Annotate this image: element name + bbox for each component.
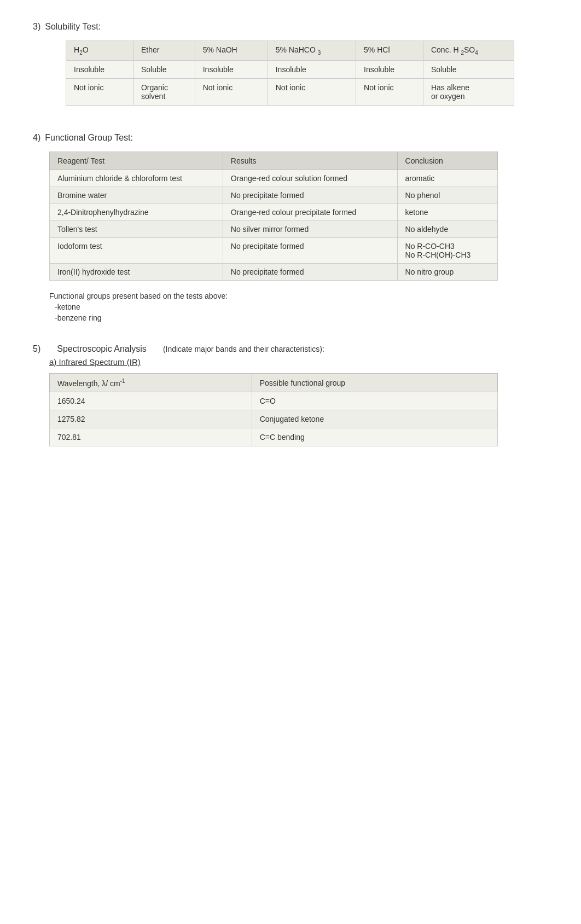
sol-r2-nahco3: Not ionic (268, 78, 356, 105)
fg-cell-conclusion-3: No aldehyde (397, 220, 497, 237)
fg-cell-results-5: No precipitate formed (223, 263, 397, 280)
solubility-header-row: H2O Ether 5% NaOH 5% NaHCO 3 5% HCl Conc… (66, 41, 514, 61)
sol-r2-hcl: Not ionic (356, 78, 423, 105)
section-3-label: Solubility Test: (45, 22, 101, 32)
section-5-paren: (Indicate major bands and their characte… (163, 345, 324, 353)
fg-cell-reagent-5: Iron(II) hydroxide test (50, 263, 223, 280)
fg-header-row: Reagent/ Test Results Conclusion (50, 152, 498, 170)
section-5-number: 5) (33, 344, 40, 354)
sol-h-h2so4: Conc. H 2SO4 (423, 41, 514, 61)
section-3-title: 3) Solubility Test: (33, 22, 548, 32)
fg-col-results: Results (223, 152, 397, 170)
sol-r2-h2so4: Has alkeneor oxygen (423, 78, 514, 105)
fg-row-0: Aluminium chloride & chloroform testOran… (50, 170, 498, 187)
fg-cell-results-0: Orange-red colour solution formed (223, 170, 397, 187)
fg-item-benzene: -benzene ring (55, 313, 548, 322)
ir-col-group: Possible functional group (252, 373, 497, 392)
fg-cell-results-3: No silver mirror formed (223, 220, 397, 237)
ir-wavelength-0: 1650.24 (50, 392, 252, 410)
section-4-title: 4) Functional Group Test: (33, 133, 548, 143)
section-3-number: 3) (33, 22, 40, 32)
sol-h-nahco3: 5% NaHCO 3 (268, 41, 356, 61)
section-4-label: Functional Group Test: (45, 133, 133, 143)
sol-r1-nahco3: Insoluble (268, 60, 356, 78)
solubility-row2: Not ionic Organicsolvent Not ionic Not i… (66, 78, 514, 105)
functional-groups-present-text: Functional groups present based on the t… (49, 292, 548, 322)
sol-h-ether: Ether (133, 41, 195, 61)
sol-h-h2o: H2O (66, 41, 133, 61)
functional-group-table: Reagent/ Test Results Conclusion Alumini… (49, 152, 498, 281)
fg-cell-reagent-4: Iodoform test (50, 237, 223, 263)
section-5-title: 5) Spectroscopic Analysis (Indicate majo… (33, 344, 548, 354)
section-4: 4) Functional Group Test: Reagent/ Test … (33, 133, 548, 322)
fg-row-2: 2,4-DinitrophenylhydrazineOrange-red col… (50, 204, 498, 220)
ir-table: Wavelength, λ/ cm-1 Possible functional … (49, 373, 498, 447)
fg-row-5: Iron(II) hydroxide testNo precipitate fo… (50, 263, 498, 280)
fg-cell-conclusion-0: aromatic (397, 170, 497, 187)
fg-cell-results-4: No precipitate formed (223, 237, 397, 263)
fg-cell-reagent-0: Aluminium chloride & chloroform test (50, 170, 223, 187)
section-3: 3) Solubility Test: H2O Ether 5% NaOH 5%… (33, 22, 548, 106)
section-5-label: Spectroscopic Analysis (57, 344, 147, 354)
ir-group-1: Conjugated ketone (252, 410, 497, 428)
solubility-table: H2O Ether 5% NaOH 5% NaHCO 3 5% HCl Conc… (66, 40, 514, 106)
fg-cell-reagent-2: 2,4-Dinitrophenylhydrazine (50, 204, 223, 220)
fg-col-conclusion: Conclusion (397, 152, 497, 170)
solubility-row1: Insoluble Soluble Insoluble Insoluble In… (66, 60, 514, 78)
ir-subtitle: a) Infrared Spectrum (IR) (49, 357, 548, 367)
fg-cell-reagent-1: Bromine water (50, 187, 223, 204)
ir-wavelength-2: 702.81 (50, 428, 252, 446)
sol-r2-h2o: Not ionic (66, 78, 133, 105)
ir-group-0: C=O (252, 392, 497, 410)
ir-row-1: 1275.82Conjugated ketone (50, 410, 498, 428)
sol-r1-naoh: Insoluble (195, 60, 268, 78)
sol-r1-h2so4: Soluble (423, 60, 514, 78)
fg-cell-conclusion-5: No nitro group (397, 263, 497, 280)
section-4-number: 4) (33, 133, 40, 143)
sol-r1-h2o: Insoluble (66, 60, 133, 78)
ir-row-0: 1650.24C=O (50, 392, 498, 410)
sol-h-hcl: 5% HCl (356, 41, 423, 61)
fg-cell-results-1: No precipitate formed (223, 187, 397, 204)
sol-r1-hcl: Insoluble (356, 60, 423, 78)
fg-col-reagent: Reagent/ Test (50, 152, 223, 170)
ir-col-wavelength: Wavelength, λ/ cm-1 (50, 373, 252, 392)
sol-r2-ether: Organicsolvent (133, 78, 195, 105)
fg-item-ketone: -ketone (55, 303, 548, 311)
fg-cell-conclusion-4: No R-CO-CH3 No R-CH(OH)-CH3 (397, 237, 497, 263)
fg-cell-reagent-3: Tollen's test (50, 220, 223, 237)
ir-group-2: C=C bending (252, 428, 497, 446)
sol-r2-naoh: Not ionic (195, 78, 268, 105)
ir-header-row: Wavelength, λ/ cm-1 Possible functional … (50, 373, 498, 392)
solubility-table-wrapper: H2O Ether 5% NaOH 5% NaHCO 3 5% HCl Conc… (49, 40, 548, 106)
sol-r1-ether: Soluble (133, 60, 195, 78)
fg-cell-conclusion-2: ketone (397, 204, 497, 220)
fg-cell-results-2: Orange-red colour precipitate formed (223, 204, 397, 220)
ir-row-2: 702.81C=C bending (50, 428, 498, 446)
ir-wavelength-1: 1275.82 (50, 410, 252, 428)
section-5: 5) Spectroscopic Analysis (Indicate majo… (33, 344, 548, 447)
sol-h-naoh: 5% NaOH (195, 41, 268, 61)
fg-row-1: Bromine waterNo precipitate formedNo phe… (50, 187, 498, 204)
fg-row-3: Tollen's testNo silver mirror formedNo a… (50, 220, 498, 237)
fg-row-4: Iodoform testNo precipitate formedNo R-C… (50, 237, 498, 263)
fg-cell-conclusion-1: No phenol (397, 187, 497, 204)
